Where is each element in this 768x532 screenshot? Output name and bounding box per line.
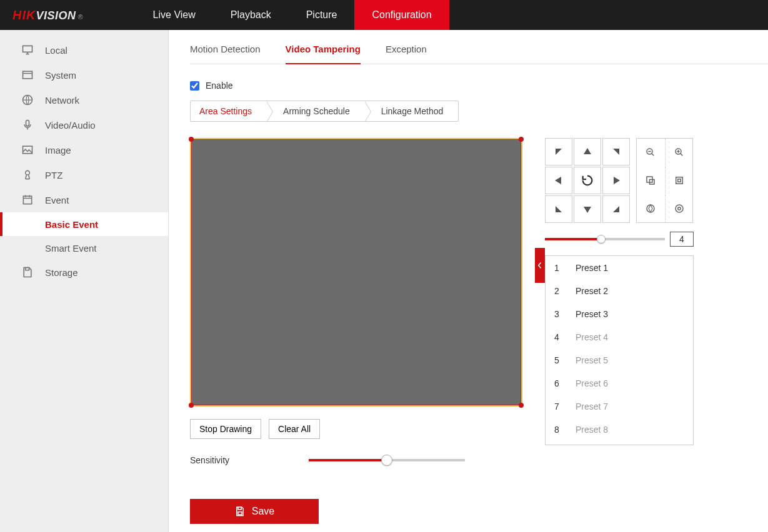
sidebar-item-event[interactable]: Event: [0, 187, 168, 212]
zoom-in-icon: [674, 147, 685, 158]
topnav-live-view[interactable]: Live View: [136, 0, 213, 30]
monitor-icon: [21, 44, 34, 56]
stop-drawing-button[interactable]: Stop Drawing: [190, 419, 261, 439]
focus-near-icon: [645, 175, 656, 186]
sensitivity-label: Sensitivity: [190, 455, 309, 465]
ptz-icon: [21, 169, 34, 181]
topnav-playback[interactable]: Playback: [213, 0, 289, 30]
preset-number: 7: [554, 401, 576, 411]
topnav-picture[interactable]: Picture: [289, 0, 355, 30]
preset-number: 5: [554, 355, 576, 365]
region-handle-tl[interactable]: [189, 137, 194, 142]
enable-checkbox[interactable]: [190, 81, 199, 91]
zoom-out[interactable]: [637, 139, 664, 166]
sidebar-item-image[interactable]: Image: [0, 137, 168, 162]
preset-item-6[interactable]: 6Preset 6: [546, 372, 693, 395]
sidebar-label-storage: Storage: [45, 267, 78, 278]
sidebar-label-local: Local: [45, 45, 67, 56]
sidebar-item-network[interactable]: Network: [0, 87, 168, 112]
save-button[interactable]: Save: [190, 499, 319, 524]
iris-close-icon: [645, 203, 656, 214]
ptz-up-left[interactable]: [545, 138, 572, 165]
region-handle-tr[interactable]: [519, 137, 524, 142]
preset-item-5[interactable]: 5Preset 5: [546, 348, 693, 372]
sidebar-item-video-audio[interactable]: Video/Audio: [0, 112, 168, 137]
step-linkage-method[interactable]: Linkage Method: [365, 101, 459, 121]
preset-name: Preset 8: [576, 425, 608, 435]
clear-all-button[interactable]: Clear All: [269, 419, 320, 439]
preset-number: 1: [554, 263, 576, 273]
arrow-down-icon: [582, 204, 592, 214]
sidebar-item-storage[interactable]: Storage: [0, 260, 168, 285]
image-icon: [21, 144, 34, 156]
preset-name: Preset 4: [576, 332, 608, 342]
focus-near[interactable]: [637, 167, 664, 194]
mic-icon: [21, 119, 34, 131]
focus-far[interactable]: [665, 167, 692, 194]
preset-item-1[interactable]: 1Preset 1: [546, 256, 693, 279]
topnav: Live View Playback Picture Configuration: [136, 0, 449, 30]
ptz-down-right[interactable]: [602, 195, 630, 223]
storage-icon: [21, 266, 34, 278]
enable-label: Enable: [206, 81, 233, 91]
subtab-motion-detection[interactable]: Motion Detection: [190, 44, 261, 64]
svg-rect-13: [676, 177, 682, 184]
sidebar-sub-basic-event[interactable]: Basic Event: [0, 212, 168, 236]
video-preview[interactable]: [190, 138, 522, 406]
ptz-down-left[interactable]: [545, 195, 572, 223]
arrow-right-icon: [611, 175, 621, 185]
sensitivity-slider[interactable]: [309, 455, 465, 465]
sidebar-label-image: Image: [45, 145, 71, 155]
zoom-in[interactable]: [665, 139, 692, 166]
arrow-left-icon: [554, 175, 564, 185]
panel-collapse-handle[interactable]: [535, 248, 545, 283]
svg-point-17: [677, 207, 681, 210]
preset-item-8[interactable]: 8Preset 8: [546, 418, 693, 441]
subtab-exception[interactable]: Exception: [386, 44, 427, 64]
arrow-down-left-icon: [554, 204, 564, 214]
ptz-up-right[interactable]: [602, 138, 630, 165]
arrow-down-right-icon: [611, 204, 621, 214]
enable-row: Enable: [190, 81, 768, 91]
ptz-up[interactable]: [574, 138, 601, 165]
ptz-speed-value: 4: [670, 232, 694, 247]
topnav-configuration[interactable]: Configuration: [354, 0, 449, 30]
svg-rect-5: [23, 196, 31, 204]
preset-number: 8: [554, 425, 576, 435]
subtabs: Motion Detection Video Tampering Excepti…: [190, 44, 768, 64]
sidebar-sub-smart-event[interactable]: Smart Event: [0, 236, 168, 260]
sidebar-label-event: Event: [45, 195, 69, 205]
svg-rect-14: [677, 179, 681, 182]
svg-rect-7: [238, 507, 241, 510]
preset-name: Preset 7: [576, 401, 608, 411]
sidebar-item-local[interactable]: Local: [0, 37, 168, 62]
autoscan-icon: [581, 174, 594, 187]
step-area-settings[interactable]: Area Settings: [191, 101, 267, 121]
step-tabs: Area Settings Arming Schedule Linkage Me…: [190, 101, 459, 122]
sidebar-label-network: Network: [45, 95, 79, 106]
save-icon: [234, 506, 246, 517]
sidebar-item-ptz[interactable]: PTZ: [0, 162, 168, 187]
ptz-down[interactable]: [574, 195, 601, 223]
svg-rect-6: [26, 268, 29, 270]
ptz-auto-scan[interactable]: [574, 167, 601, 194]
region-handle-br[interactable]: [519, 403, 524, 408]
preset-number: 2: [554, 286, 576, 296]
step-arming-schedule[interactable]: Arming Schedule: [267, 101, 365, 121]
preset-item-3[interactable]: 3Preset 3: [546, 302, 693, 325]
region-handle-bl[interactable]: [189, 403, 194, 408]
preset-item-2[interactable]: 2Preset 2: [546, 279, 693, 302]
ptz-speed-slider[interactable]: [545, 235, 665, 244]
sidebar-item-system[interactable]: System: [0, 62, 168, 87]
iris-open[interactable]: [665, 195, 692, 222]
chevron-left-icon: [537, 262, 542, 269]
subtab-video-tampering[interactable]: Video Tampering: [286, 44, 361, 64]
preset-item-4[interactable]: 4Preset 4: [546, 325, 693, 348]
preset-list[interactable]: 1Preset 12Preset 23Preset 34Preset 45Pre…: [545, 255, 694, 445]
ptz-right[interactable]: [602, 167, 630, 194]
logo: HIK VISION ®: [0, 8, 98, 22]
preset-item-7[interactable]: 7Preset 7: [546, 395, 693, 418]
iris-close[interactable]: [637, 195, 664, 222]
ptz-left[interactable]: [545, 167, 572, 194]
focus-far-icon: [674, 175, 685, 186]
